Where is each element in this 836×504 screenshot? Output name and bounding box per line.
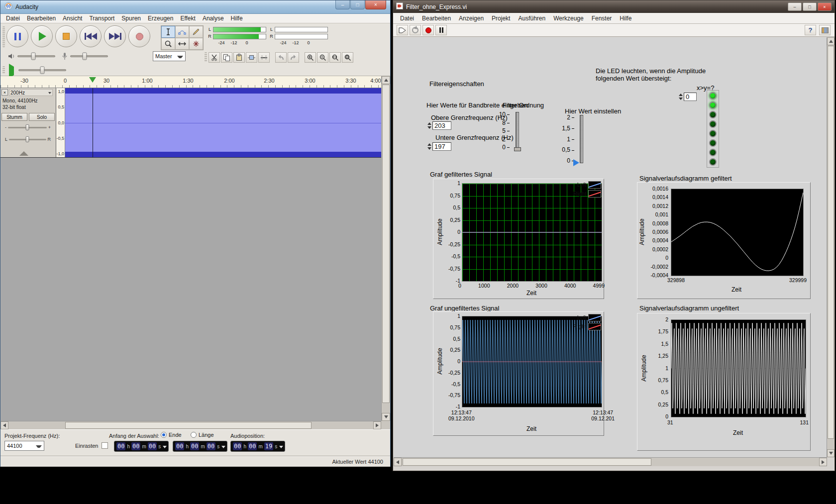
minimize-button[interactable]: –: [335, 0, 350, 9]
gain-slider[interactable]: - +: [5, 124, 51, 131]
legend-line-sample[interactable]: [588, 323, 601, 330]
slider-pointer-handle[interactable]: [573, 159, 579, 166]
upper-cutoff-input[interactable]: 203: [426, 121, 451, 130]
menu-item[interactable]: Bearbeiten: [418, 14, 455, 23]
selection-length-radio[interactable]: Länge: [191, 432, 214, 438]
pan-rail[interactable]: [9, 139, 46, 140]
menu-item[interactable]: Analyse: [199, 14, 227, 22]
increment-decrement-icon[interactable]: [426, 142, 432, 151]
maximize-button[interactable]: □: [350, 0, 365, 9]
gain-rail[interactable]: [8, 127, 47, 128]
stop-button[interactable]: [55, 25, 77, 47]
track-close-button[interactable]: ×: [1, 89, 8, 96]
input-volume-thumb[interactable]: [83, 53, 87, 60]
playhead-marker[interactable]: [89, 77, 96, 83]
scroll-down-button[interactable]: [382, 413, 390, 421]
play-speed-slider[interactable]: [18, 69, 66, 71]
menu-item[interactable]: Hilfe: [227, 14, 246, 22]
threshold-slider[interactable]: 21,510,50: [552, 113, 587, 165]
help-button[interactable]: ?: [805, 25, 816, 35]
compare-value[interactable]: 0: [684, 93, 697, 101]
toolbar-grip[interactable]: [205, 52, 207, 62]
solo-button[interactable]: Solo: [29, 113, 55, 121]
pause-button[interactable]: [435, 25, 447, 35]
recording-meter[interactable]: L R -24-120: [269, 26, 328, 46]
vertical-scrollbar[interactable]: [827, 37, 835, 457]
menu-item[interactable]: Hilfe: [616, 14, 635, 23]
envelope-tool-button[interactable]: [175, 26, 189, 38]
selection-end-field[interactable]: 00h00m00s: [173, 441, 227, 452]
menu-item[interactable]: Werkzeuge: [549, 14, 587, 23]
slider-handle[interactable]: [514, 147, 521, 151]
plot-legend[interactable]: LeftRight: [570, 313, 601, 330]
h-scrollbar-thumb[interactable]: [65, 422, 312, 429]
input-volume-slider[interactable]: [70, 55, 108, 57]
play-speed-thumb[interactable]: [40, 67, 45, 74]
zoom-in-button[interactable]: [305, 52, 316, 63]
menu-item[interactable]: Ausführen: [514, 14, 549, 23]
play-button[interactable]: [31, 25, 53, 47]
output-volume-thumb[interactable]: [31, 53, 36, 60]
v-scrollbar-thumb[interactable]: [382, 85, 390, 403]
toolbar-grip[interactable]: [2, 26, 5, 47]
skip-to-end-button[interactable]: [104, 25, 126, 47]
selection-end-radio[interactable]: Ende: [161, 432, 182, 438]
vertical-scrollbar[interactable]: [381, 76, 390, 421]
menu-item[interactable]: Bearbeiten: [23, 14, 59, 22]
menu-item[interactable]: Projekt: [488, 14, 514, 23]
legend-line-sample[interactable]: [588, 190, 601, 198]
increment-decrement-icon[interactable]: [678, 92, 683, 101]
pause-button[interactable]: [6, 25, 28, 47]
lower-cutoff-input[interactable]: 197: [426, 142, 451, 151]
maximize-button[interactable]: □: [803, 2, 817, 11]
undo-button[interactable]: [275, 52, 287, 63]
redo-button[interactable]: [288, 52, 299, 63]
menu-item[interactable]: Transport: [86, 14, 118, 22]
lv-h-scrollbar-thumb[interactable]: [403, 458, 651, 466]
labview-titlebar[interactable]: Filter_ohne_Express.vi – □ ×: [393, 0, 835, 13]
paste-button[interactable]: [233, 52, 245, 63]
draw-tool-button[interactable]: [189, 26, 203, 38]
output-volume-slider[interactable]: [17, 55, 55, 57]
timeshift-tool-button[interactable]: [175, 38, 189, 50]
scroll-right-button[interactable]: [819, 458, 827, 466]
silence-button[interactable]: [258, 52, 270, 63]
legend-line-sample[interactable]: [588, 314, 601, 321]
scroll-down-button[interactable]: [827, 449, 835, 457]
slider-groove[interactable]: [580, 115, 583, 163]
cut-button[interactable]: [209, 52, 220, 63]
slider-groove[interactable]: [516, 112, 519, 150]
close-button[interactable]: ×: [365, 0, 386, 9]
scroll-up-button[interactable]: [827, 37, 835, 45]
horizontal-scrollbar[interactable]: [0, 421, 381, 429]
scroll-left-button[interactable]: [394, 458, 402, 466]
filter-order-slider[interactable]: 108520: [496, 110, 525, 152]
increment-decrement-icon[interactable]: [426, 121, 432, 130]
run-continuous-button[interactable]: [410, 25, 421, 35]
waveform-area[interactable]: [65, 88, 381, 157]
abort-button[interactable]: [422, 25, 434, 35]
zoom-tool-button[interactable]: [161, 38, 175, 50]
scroll-up-button[interactable]: [382, 76, 390, 84]
zoom-out-button[interactable]: [317, 52, 328, 63]
playback-meter[interactable]: L R -24-120: [208, 26, 266, 46]
legend-line-sample[interactable]: [588, 181, 601, 189]
menu-item[interactable]: Effekt: [177, 14, 199, 22]
track-name-dropdown[interactable]: 200Hz: [9, 89, 53, 96]
toolbar-grip[interactable]: [2, 66, 5, 74]
menu-item[interactable]: Fenster: [588, 14, 616, 23]
vertical-ruler[interactable]: 1,00,50,0-0,5-1,0: [56, 88, 65, 157]
timeline-ruler[interactable]: -300301:001:302:002:303:003:304:00: [0, 76, 381, 88]
track-collapse-button[interactable]: [19, 151, 28, 156]
horizontal-scrollbar[interactable]: [394, 457, 827, 466]
lower-cutoff-value[interactable]: 197: [432, 142, 451, 151]
pan-thumb[interactable]: [26, 136, 29, 142]
snap-checkbox[interactable]: [102, 442, 108, 449]
gain-thumb[interactable]: [25, 124, 29, 130]
plot-legend[interactable]: LeftRight: [570, 181, 601, 198]
audacity-titlebar[interactable]: Audacity – □ ×: [0, 0, 390, 14]
pan-slider[interactable]: L R: [5, 136, 51, 143]
run-button[interactable]: [397, 25, 408, 35]
selection-start-field[interactable]: 00h00m00s: [114, 441, 169, 452]
compare-input[interactable]: 0: [678, 92, 697, 101]
